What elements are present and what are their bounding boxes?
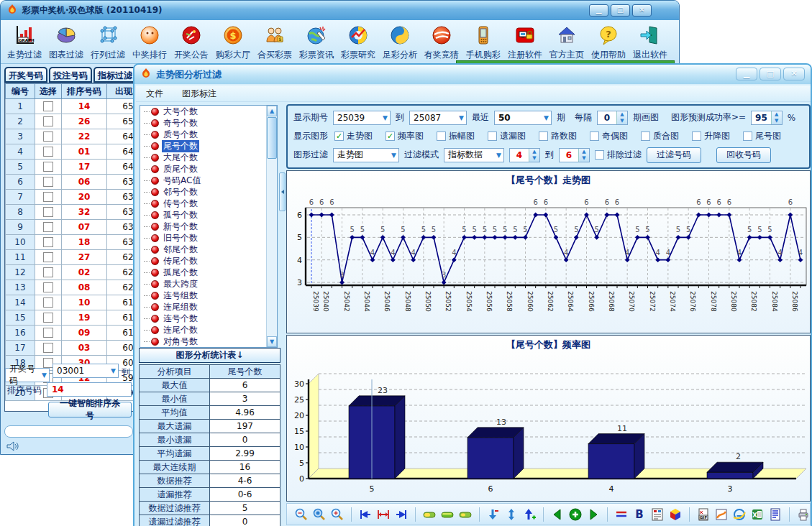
table-row[interactable]: 11 27 62 (6, 250, 136, 265)
recycle-numbers-button[interactable]: 回收号码 (716, 147, 771, 163)
smart-sort-button[interactable]: 一键智能排序杀号 (48, 402, 132, 417)
arrow-right-icon[interactable] (394, 507, 409, 522)
image-icon[interactable] (714, 507, 729, 522)
interval-stepper[interactable]: 0 ▲▼ (597, 111, 628, 125)
arrow-left-icon[interactable] (358, 507, 373, 522)
toolbar-item[interactable]: $ 购彩大厅 (212, 22, 254, 63)
lines-icon[interactable] (614, 507, 629, 522)
filter-chart-combo[interactable]: 走势图▼ (333, 148, 399, 162)
chart-type-checkbox[interactable]: ✓频率图 (386, 130, 424, 142)
row-checkbox[interactable] (35, 250, 62, 265)
gif-icon[interactable]: GIF (696, 507, 711, 522)
chart-type-checkbox[interactable]: 振幅图 (437, 130, 475, 142)
menu-item[interactable]: 图形标注 (182, 88, 216, 100)
table-row[interactable]: 2 26 65 (6, 114, 136, 129)
toolbar-item[interactable]: 图表过滤 (45, 22, 87, 63)
success-rate-stepper[interactable]: 95 ▲▼ (751, 111, 783, 125)
zoom-view-icon[interactable] (312, 507, 327, 522)
analysis-titlebar[interactable]: 走势图分析过滤 (134, 65, 811, 84)
spinner-arrows-icon[interactable]: ▲▼ (616, 111, 627, 124)
zoom-in-icon[interactable] (330, 507, 345, 522)
row-checkbox[interactable] (35, 220, 62, 235)
chart-type-checkbox[interactable]: 升降图 (692, 130, 730, 142)
row-checkbox[interactable] (35, 341, 62, 356)
toolbar-item[interactable]: 行列过滤 (87, 22, 129, 63)
period-to-combo[interactable]: 25087▼ (409, 111, 467, 125)
toolbar-item[interactable]: ? 使用帮助 (588, 22, 629, 63)
toolbar-item[interactable]: S 合买彩票 (254, 22, 296, 63)
table-row[interactable]: 3 22 64 (6, 129, 136, 144)
table-row[interactable]: 16 09 61 (6, 326, 136, 341)
toolbar-item[interactable]: 手机购彩 (462, 22, 504, 63)
row-checkbox[interactable] (35, 326, 62, 341)
column-header[interactable]: 选择 (35, 84, 62, 99)
close-icon[interactable]: ✕ (632, 4, 652, 17)
arrow-up-add-icon[interactable] (522, 507, 537, 522)
arrow-updown-icon[interactable] (504, 507, 519, 522)
indicator-item[interactable]: 连号组数 (140, 290, 277, 301)
table-row[interactable]: 7 20 63 (6, 190, 136, 205)
table-row[interactable]: 9 07 63 (6, 220, 136, 235)
printer-icon[interactable] (796, 507, 811, 522)
pill-yellow-icon[interactable] (422, 507, 437, 522)
table-row[interactable]: 6 06 63 (6, 175, 136, 190)
table-row[interactable]: 14 10 61 (6, 295, 136, 310)
table-row[interactable]: 4 01 64 (6, 144, 136, 160)
chart-type-checkbox[interactable]: ✓走势图 (334, 130, 373, 142)
row-checkbox[interactable] (35, 310, 62, 326)
speaker-icon[interactable] (5, 439, 19, 456)
sort-number-input[interactable]: 14 (47, 382, 132, 397)
row-checkbox[interactable] (35, 205, 62, 220)
indicator-item[interactable]: 尾号个数 (140, 140, 277, 152)
minimize-icon[interactable]: ▁ (736, 68, 757, 80)
row-checkbox[interactable] (35, 160, 62, 175)
list-scrollbar[interactable]: ▲ ▼ (266, 106, 277, 347)
spinner-arrows-icon[interactable]: ▲▼ (578, 149, 589, 162)
pane-splitter-button[interactable] (279, 172, 286, 211)
row-checkbox[interactable] (35, 280, 62, 295)
row-checkbox[interactable] (35, 129, 62, 144)
indicator-item[interactable]: 对角号数 (140, 336, 277, 347)
stats-table-header[interactable]: 图形分析统计表↓ (139, 348, 280, 363)
chart-type-checkbox[interactable]: 质合图 (641, 130, 679, 142)
toolbar-item[interactable]: 开奖公告 (170, 22, 212, 63)
maximize-icon[interactable]: □ (759, 68, 781, 80)
indicator-item[interactable]: 邻号个数 (140, 186, 277, 198)
toolbar-item[interactable]: 有奖竞猜 (421, 22, 462, 63)
table-row[interactable]: 17 03 60 (6, 341, 136, 356)
toolbar-item[interactable]: 官方主页 (546, 22, 588, 63)
chart-type-checkbox[interactable]: 路数图 (539, 130, 577, 142)
indicator-item[interactable]: 号码AC值 (140, 175, 277, 186)
table-row[interactable]: 5 17 64 (6, 160, 136, 175)
exclude-filter-checkbox[interactable]: 排除过滤 (595, 149, 642, 161)
chart-prop-icon[interactable] (650, 507, 665, 522)
row-checkbox[interactable] (35, 235, 62, 250)
arrow-down-icon[interactable] (486, 507, 501, 522)
indicator-item[interactable]: 旧号个数 (140, 232, 277, 244)
indicator-item[interactable]: 质号个数 (140, 129, 277, 140)
indicator-item[interactable]: 传尾个数 (140, 255, 277, 267)
table-row[interactable]: 15 19 61 (6, 310, 136, 326)
indicator-item[interactable]: 大尾个数 (140, 152, 277, 163)
indicator-item[interactable]: 孤尾个数 (140, 267, 277, 278)
indicator-item[interactable]: 连尾组数 (140, 301, 277, 313)
indicator-item[interactable]: 传号个数 (140, 198, 277, 209)
doc-icon[interactable] (768, 507, 783, 522)
spinner-arrows-icon[interactable]: ▲▼ (771, 111, 782, 124)
pill-green-icon[interactable] (440, 507, 455, 522)
tab-2[interactable]: 投注号码 (49, 67, 92, 83)
indicator-item[interactable]: 奇号个数 (140, 117, 277, 129)
scroll-up-icon[interactable]: ▲ (267, 106, 277, 116)
row-checkbox[interactable] (35, 144, 62, 160)
column-header[interactable]: 出现次 (107, 84, 136, 99)
chart-type-checkbox[interactable]: 尾号图 (743, 130, 781, 142)
table-row[interactable]: 12 02 62 (6, 265, 136, 280)
tab-3[interactable]: 指标过滤 (93, 67, 137, 83)
toolbar-item[interactable]: 注册软件 (504, 22, 546, 63)
maximize-icon[interactable]: □ (611, 4, 630, 17)
bold-icon[interactable]: B (632, 507, 647, 522)
draw-type-combo[interactable]: 开奖号码▼ (5, 364, 50, 382)
indicator-item[interactable]: 邻尾个数 (140, 244, 277, 255)
add-icon[interactable] (568, 507, 583, 522)
toolbar-item[interactable]: GRAPH 走势过滤 (4, 22, 45, 63)
